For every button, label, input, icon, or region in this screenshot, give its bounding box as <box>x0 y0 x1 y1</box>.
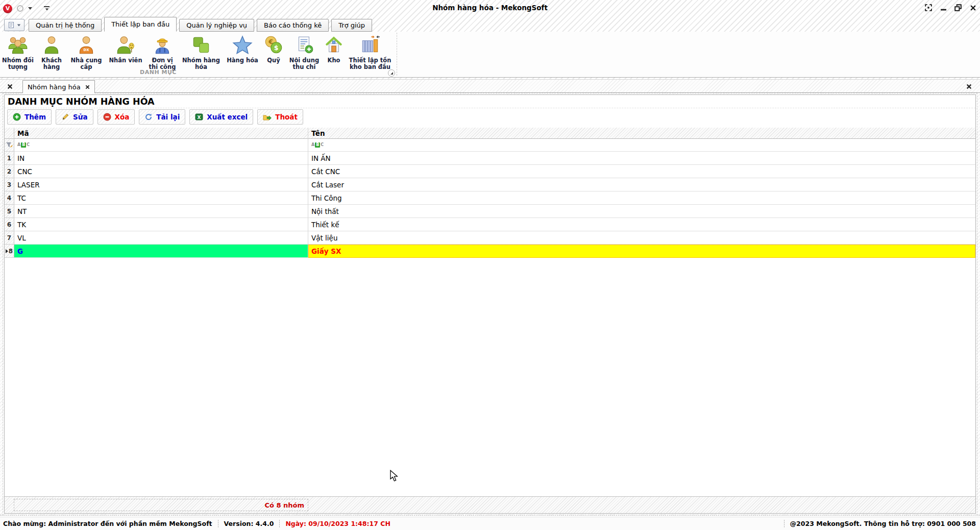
grid-corner-cell <box>5 128 14 139</box>
toolbar-item-label: Quỹ <box>267 57 280 64</box>
exit-icon <box>263 113 272 121</box>
table-row[interactable]: 2 CNC Cắt CNC <box>5 165 975 178</box>
table-row-selected[interactable]: 8 G Giấy SX <box>5 245 975 258</box>
ribbon-tab-help[interactable]: Trợ giúp <box>331 19 372 32</box>
toolbar-item-quy[interactable]: € $ Quỹ <box>263 33 284 70</box>
toolbar-item-noi-dung-thu-chi[interactable]: Nội dung thu chi <box>287 33 322 70</box>
button-label: Tải lại <box>156 113 180 121</box>
ten-cell[interactable]: IN ẤN <box>308 152 975 165</box>
toolbar-item-nhom-hang-hoa[interactable]: Nhóm hàng hóa <box>181 33 222 70</box>
toolbar-item-thiet-lap-ton-kho[interactable]: Thiết lập tồn kho ban đầu <box>346 33 394 70</box>
warehouse-icon <box>323 34 345 56</box>
tab-label: Quản lý nghiệp vụ <box>186 21 247 29</box>
ten-cell-focused[interactable]: Giấy SX <box>308 245 975 258</box>
button-label: Sửa <box>73 113 87 121</box>
mouse-cursor <box>389 470 400 484</box>
ma-cell[interactable]: IN <box>14 152 308 165</box>
toolbar-item-kho[interactable]: Kho <box>325 33 343 70</box>
excel-icon: X <box>195 113 203 121</box>
fit-screen-button[interactable] <box>923 3 934 13</box>
svg-text:X: X <box>198 115 201 120</box>
row-indicator: 1 <box>5 152 14 165</box>
minimize-button[interactable] <box>938 3 948 13</box>
content-panel: DANH MỤC NHÓM HÀNG HÓA Thêm Sửa Xóa Tải … <box>4 94 976 514</box>
edit-button[interactable]: Sửa <box>56 109 93 125</box>
row-number: 2 <box>7 168 11 175</box>
contains-filter-icon[interactable]: ABC <box>17 142 30 148</box>
status-divider <box>279 520 280 527</box>
toolbar-item-nhan-vien[interactable]: Nhân viên <box>107 33 144 70</box>
ribbon-tab-reports[interactable]: Báo cáo thống kê <box>257 19 329 32</box>
ma-cell[interactable]: TK <box>14 218 308 231</box>
product-group-icon <box>190 34 212 56</box>
group-launcher-button[interactable] <box>388 69 395 77</box>
toolbar-item-label: Thiết lập tồn kho ban đầu <box>349 57 391 70</box>
delete-button[interactable]: Xóa <box>97 109 135 125</box>
ribbon-tab-business-management[interactable]: Quản lý nghiệp vụ <box>179 19 254 32</box>
ten-cell[interactable]: Cắt CNC <box>308 165 975 178</box>
toolbar-item-khach-hang[interactable]: Khách hàng <box>38 33 65 70</box>
table-row[interactable]: 6 TK Thiết kế <box>5 218 975 231</box>
ribbon-tab-initial-setup[interactable]: Thiết lập ban đầu <box>104 17 177 32</box>
contains-filter-icon[interactable]: ABC <box>311 142 324 148</box>
close-button[interactable] <box>968 3 978 13</box>
application-menu-button[interactable] <box>4 19 24 31</box>
table-row[interactable]: 1 IN IN ẤN <box>5 152 975 165</box>
ma-cell[interactable]: LASER <box>14 178 308 191</box>
reload-button[interactable]: Tải lại <box>139 109 185 125</box>
toolbar-item-hang-hoa[interactable]: Hàng hóa <box>225 33 260 70</box>
ma-cell[interactable]: NT <box>14 205 308 218</box>
button-label: Thoát <box>275 113 298 121</box>
employee-icon <box>115 34 136 56</box>
ma-cell[interactable]: TC <box>14 191 308 205</box>
toolbar-item-nhom-doi-tuong[interactable]: Nhóm đối tượng <box>1 33 35 70</box>
app-menu-caret-icon <box>17 24 20 26</box>
row-indicator: 2 <box>5 165 14 178</box>
column-header-ten[interactable]: Tên <box>308 128 975 139</box>
filter-cell-ma[interactable]: ABC <box>14 139 308 152</box>
ma-cell[interactable]: VL <box>14 231 308 245</box>
ten-cell[interactable]: Vật liệu <box>308 231 975 245</box>
export-excel-button[interactable]: X Xuất excel <box>189 109 253 125</box>
ten-cell[interactable]: Nội thất <box>308 205 975 218</box>
close-all-tabs-button[interactable] <box>4 82 15 91</box>
table-row[interactable]: 3 LASER Cắt Laser <box>5 178 975 191</box>
ribbon-toolbar: Nhóm đối tượng Khách hàng DX <box>0 32 980 78</box>
delete-icon <box>103 113 111 121</box>
ten-cell[interactable]: Thiết kế <box>308 218 975 231</box>
row-number: 5 <box>7 208 11 215</box>
ma-cell[interactable]: G <box>14 245 308 258</box>
construction-worker-icon <box>152 34 173 56</box>
data-grid: Mã Tên ABC ABC 1 IN IN ẤN 2 <box>5 128 975 496</box>
table-row[interactable]: 5 NT Nội thất <box>5 205 975 218</box>
button-label: Xuất excel <box>207 113 248 121</box>
ten-cell[interactable]: Cắt Laser <box>308 178 975 191</box>
column-header-ma[interactable]: Mã <box>14 128 308 139</box>
row-indicator: 6 <box>5 218 14 231</box>
row-number: 4 <box>7 195 11 202</box>
restore-button[interactable] <box>953 3 963 13</box>
tab-label: Quản trị hệ thống <box>36 21 94 29</box>
date-text: Ngày: 09/10/2023 1:48:17 CH <box>285 520 390 527</box>
ma-cell[interactable]: CNC <box>14 165 308 178</box>
toolbar-item-don-vi-thi-cong[interactable]: Đơn vị thi công <box>147 33 178 70</box>
command-button-row: Thêm Sửa Xóa Tải lại X Xuất excel Thoát <box>7 109 303 125</box>
filter-cell-ten[interactable]: ABC <box>308 139 975 152</box>
support-text: @2023 MekongSoft. Thông tin hỗ trợ: 0901… <box>790 520 976 527</box>
add-button[interactable]: Thêm <box>7 109 52 125</box>
ten-cell[interactable]: Thi Công <box>308 191 975 205</box>
auto-filter-row: ABC ABC <box>5 139 975 152</box>
ribbon-tab-system-admin[interactable]: Quản trị hệ thống <box>29 19 102 32</box>
tab-close-icon[interactable] <box>85 85 90 89</box>
row-number: 7 <box>7 234 11 242</box>
document-tab-nhom-hang-hoa[interactable]: Nhóm hàng hóa <box>22 80 95 93</box>
ribbon-tab-bar: Quản trị hệ thống Thiết lập ban đầu Quản… <box>0 17 980 32</box>
tab-label: Báo cáo thống kê <box>264 21 322 29</box>
grid-footer: Có 8 nhóm <box>5 496 975 513</box>
toolbar-item-nha-cung-cap[interactable]: DX Nhà cung cấp <box>68 33 104 70</box>
table-row[interactable]: 7 VL Vật liệu <box>5 231 975 245</box>
close-document-button[interactable] <box>964 82 974 91</box>
exit-button[interactable]: Thoát <box>257 109 303 125</box>
table-row[interactable]: 4 TC Thi Công <box>5 191 975 205</box>
customer-icon <box>41 34 62 56</box>
